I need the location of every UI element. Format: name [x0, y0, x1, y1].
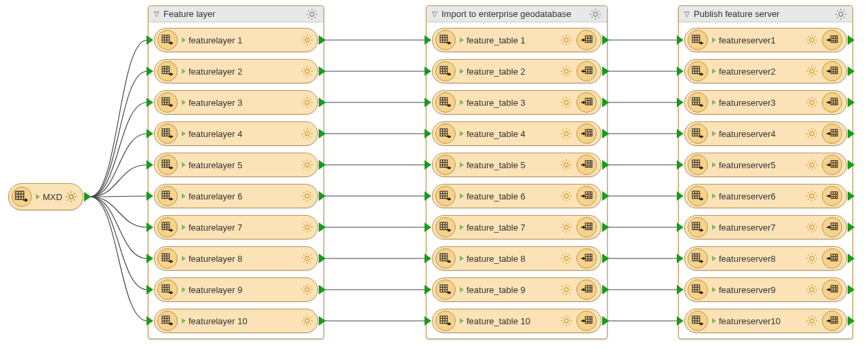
workflow-node[interactable]: featureserver4 — [684, 121, 847, 146]
output-port[interactable] — [319, 98, 326, 107]
output-port[interactable] — [319, 316, 326, 326]
gear-icon[interactable] — [806, 221, 818, 233]
gear-icon[interactable] — [806, 315, 818, 327]
output-port[interactable] — [319, 285, 326, 294]
output-port[interactable] — [602, 160, 609, 170]
gear-icon[interactable] — [806, 65, 818, 77]
output-port[interactable] — [602, 129, 609, 138]
source-node-mxd[interactable]: MXD — [8, 183, 83, 210]
gear-icon[interactable] — [560, 96, 572, 109]
workflow-node[interactable]: featurelayer 1 — [154, 28, 318, 52]
input-port[interactable] — [146, 35, 153, 45]
gear-icon[interactable] — [806, 96, 818, 109]
input-port[interactable] — [146, 191, 153, 201]
gear-icon[interactable] — [301, 315, 313, 327]
output-port[interactable] — [848, 223, 854, 232]
output-port[interactable] — [602, 316, 609, 326]
workflow-node[interactable]: featureserver5 — [684, 153, 847, 177]
input-port[interactable] — [677, 254, 684, 263]
output-port[interactable] — [602, 254, 609, 263]
workflow-node[interactable]: featureserver6 — [684, 184, 847, 208]
workflow-node[interactable]: featurelayer 4 — [154, 121, 318, 146]
output-port[interactable] — [848, 66, 854, 76]
output-port[interactable] — [319, 223, 326, 232]
input-port[interactable] — [425, 129, 431, 138]
gear-icon[interactable] — [306, 8, 318, 20]
output-port[interactable] — [848, 160, 854, 170]
output-port[interactable] — [319, 129, 326, 138]
collapse-icon[interactable]: ▽ — [684, 10, 690, 18]
input-port[interactable] — [677, 160, 684, 170]
output-port[interactable] — [848, 254, 854, 263]
workflow-node[interactable]: feature_table 8 — [432, 246, 601, 271]
input-port[interactable] — [146, 129, 153, 138]
gear-icon[interactable] — [806, 159, 818, 171]
output-port[interactable] — [319, 66, 326, 76]
gear-icon[interactable] — [560, 190, 572, 202]
input-port[interactable] — [425, 160, 431, 170]
output-port[interactable] — [602, 66, 609, 76]
workflow-node[interactable]: featureserver7 — [684, 215, 847, 239]
output-port[interactable] — [848, 191, 854, 201]
gear-icon[interactable] — [560, 65, 572, 77]
workflow-node[interactable]: feature_table 9 — [432, 277, 601, 302]
output-port[interactable] — [602, 191, 609, 201]
workflow-node[interactable]: feature_table 5 — [432, 153, 601, 177]
gear-icon[interactable] — [560, 159, 572, 171]
input-port[interactable] — [425, 66, 431, 76]
output-port[interactable] — [84, 192, 91, 201]
group-header[interactable]: ▽ Publish feature server — [679, 6, 852, 22]
gear-icon[interactable] — [301, 65, 313, 77]
gear-icon[interactable] — [589, 8, 601, 20]
output-port[interactable] — [848, 35, 854, 45]
gear-icon[interactable] — [560, 284, 572, 296]
gear-icon[interactable] — [301, 34, 313, 46]
gear-icon[interactable] — [806, 252, 818, 265]
input-port[interactable] — [146, 160, 153, 170]
input-port[interactable] — [677, 191, 684, 201]
input-port[interactable] — [425, 316, 431, 326]
workflow-node[interactable]: feature_table 7 — [432, 215, 601, 239]
output-port[interactable] — [848, 316, 854, 326]
gear-icon[interactable] — [806, 34, 818, 46]
gear-icon[interactable] — [806, 190, 818, 202]
workflow-node[interactable]: feature_table 6 — [432, 184, 601, 208]
workflow-node[interactable]: featureserver3 — [684, 90, 847, 115]
input-port[interactable] — [425, 285, 431, 294]
gear-icon[interactable] — [560, 34, 572, 46]
input-port[interactable] — [425, 191, 431, 201]
input-port[interactable] — [146, 316, 153, 326]
group-header[interactable]: ▽ Feature layer — [149, 6, 323, 22]
input-port[interactable] — [677, 98, 684, 107]
output-port[interactable] — [319, 191, 326, 201]
gear-icon[interactable] — [806, 128, 818, 140]
workflow-node[interactable]: feature_table 1 — [432, 28, 601, 52]
gear-icon[interactable] — [301, 284, 313, 296]
gear-icon[interactable] — [301, 128, 313, 140]
gear-icon[interactable] — [560, 221, 572, 233]
gear-icon[interactable] — [806, 284, 818, 296]
output-port[interactable] — [319, 160, 326, 170]
workflow-node[interactable]: featurelayer 7 — [154, 215, 318, 239]
gear-icon[interactable] — [835, 8, 847, 20]
input-port[interactable] — [425, 223, 431, 232]
workflow-node[interactable]: featureserver2 — [684, 59, 847, 83]
workflow-node[interactable]: featurelayer 5 — [154, 153, 318, 177]
gear-icon[interactable] — [301, 159, 313, 171]
input-port[interactable] — [677, 316, 684, 326]
output-port[interactable] — [848, 129, 854, 138]
collapse-icon[interactable]: ▽ — [154, 10, 159, 18]
gear-icon[interactable] — [301, 252, 313, 265]
input-port[interactable] — [146, 66, 153, 76]
gear-icon[interactable] — [301, 190, 313, 202]
gear-icon[interactable] — [301, 221, 313, 233]
workflow-node[interactable]: feature_table 3 — [432, 90, 601, 115]
workflow-node[interactable]: featurelayer 9 — [154, 277, 318, 302]
group-header[interactable]: ▽ Import to enterprise geodatabase — [427, 6, 607, 22]
workflow-node[interactable]: featureserver1 — [684, 28, 847, 52]
input-port[interactable] — [146, 285, 153, 294]
gear-icon[interactable] — [560, 128, 572, 140]
input-port[interactable] — [425, 98, 431, 107]
gear-icon[interactable] — [65, 191, 77, 203]
workflow-node[interactable]: featureserver8 — [684, 246, 847, 271]
